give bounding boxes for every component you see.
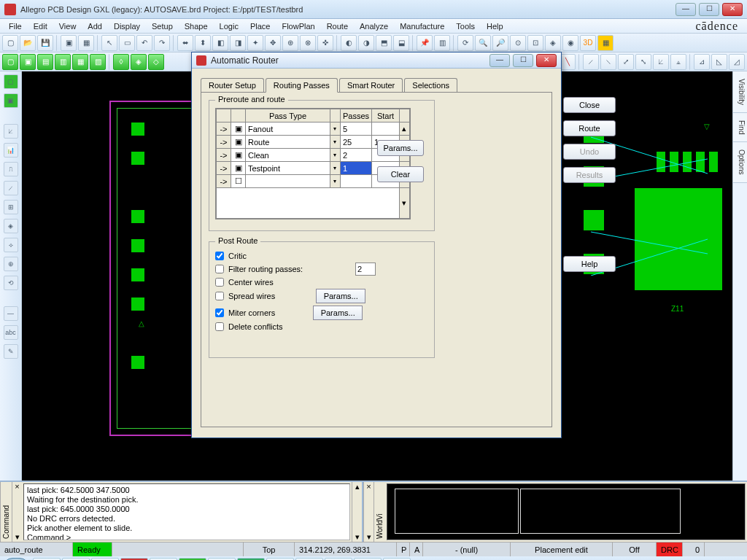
table-row[interactable]: ->▣Fanout▾5▴ bbox=[217, 122, 410, 136]
new-icon[interactable]: ▢ bbox=[2, 35, 18, 51]
world-view[interactable] bbox=[387, 483, 746, 540]
tool-icon[interactable]: ⟀ bbox=[4, 124, 18, 139]
status-a[interactable]: A bbox=[410, 542, 423, 556]
miter-params-button[interactable]: Params... bbox=[313, 306, 363, 320]
tool-icon[interactable]: ▢ bbox=[4, 74, 18, 89]
toolbar-icon[interactable]: ◨ bbox=[230, 35, 246, 51]
route-icon[interactable]: ⤢ bbox=[618, 54, 634, 70]
close-button[interactable]: Close bbox=[563, 97, 616, 113]
undo-icon[interactable]: ↶ bbox=[136, 35, 152, 51]
tab-selections[interactable]: Selections bbox=[404, 78, 457, 93]
command-log[interactable]: last pick: 642.5000 347.5000 Waiting for… bbox=[23, 483, 350, 540]
shape-icon[interactable]: ▧ bbox=[90, 54, 106, 70]
filter-checkbox[interactable] bbox=[215, 265, 224, 273]
toolbar-icon[interactable]: ⊗ bbox=[300, 35, 316, 51]
tool-icon[interactable]: — bbox=[4, 306, 18, 321]
tool-icon[interactable]: ⟡ bbox=[4, 238, 18, 252]
route-icon[interactable]: ⊿ bbox=[694, 54, 710, 70]
results-button[interactable]: Results bbox=[563, 167, 616, 183]
tab-visibility[interactable]: Visibility bbox=[733, 71, 747, 113]
toolbar-icon[interactable]: ✦ bbox=[247, 35, 263, 51]
center-checkbox[interactable] bbox=[215, 278, 224, 287]
shape-icon[interactable]: ▣ bbox=[20, 54, 36, 70]
route-icon[interactable]: ⟍ bbox=[600, 54, 616, 70]
close-button[interactable]: ✕ bbox=[722, 3, 743, 16]
shape-icon[interactable]: ▦ bbox=[72, 54, 88, 70]
toolbar-icon[interactable]: ⬌ bbox=[177, 35, 193, 51]
route-icon[interactable]: ⤡ bbox=[635, 54, 651, 70]
toolbar-icon[interactable]: ⬓ bbox=[393, 35, 409, 51]
tool-icon[interactable]: ⊕ bbox=[4, 257, 18, 271]
tool-icon[interactable]: ✎ bbox=[4, 344, 18, 359]
toolbar-icon[interactable]: ⬍ bbox=[195, 35, 211, 51]
menu-edit[interactable]: Edit bbox=[28, 20, 53, 32]
menu-logic[interactable]: Logic bbox=[214, 20, 244, 32]
pin-icon[interactable]: 📌 bbox=[417, 35, 433, 51]
toolbar-icon[interactable]: ◈ bbox=[545, 35, 561, 51]
toolbar-icon[interactable]: ◑ bbox=[358, 35, 374, 51]
menu-flowplan[interactable]: FlowPlan bbox=[276, 20, 320, 32]
toolbar-icon[interactable]: ✥ bbox=[265, 35, 281, 51]
tool-icon[interactable]: abc bbox=[4, 325, 18, 340]
shape-icon[interactable]: ◇ bbox=[148, 54, 164, 70]
shape-icon[interactable]: ◊ bbox=[113, 54, 129, 70]
route-icon[interactable]: ╲ bbox=[560, 54, 576, 70]
zoom-out-icon[interactable]: 🔎 bbox=[492, 35, 508, 51]
menu-tools[interactable]: Tools bbox=[450, 20, 481, 32]
filter-input[interactable] bbox=[355, 262, 376, 276]
tool-icon[interactable]: 📊 bbox=[4, 143, 18, 158]
pointer-icon[interactable]: ↖ bbox=[101, 35, 117, 51]
shape-icon[interactable]: ▥ bbox=[55, 54, 71, 70]
route-icon[interactable]: ⟋ bbox=[583, 54, 599, 70]
toolbar-icon[interactable]: ◉ bbox=[562, 35, 578, 51]
toolbar-icon[interactable]: ⬒ bbox=[376, 35, 392, 51]
delete-checkbox[interactable] bbox=[215, 322, 224, 331]
tab-options[interactable]: Options bbox=[733, 142, 747, 182]
open-icon[interactable]: 📂 bbox=[20, 35, 36, 51]
dialog-close-button[interactable]: ✕ bbox=[536, 54, 557, 67]
tab-router-setup[interactable]: Router Setup bbox=[201, 78, 264, 93]
refresh-icon[interactable]: ⟳ bbox=[457, 35, 473, 51]
toolbar-icon[interactable]: ⊕ bbox=[282, 35, 298, 51]
route-icon[interactable]: ⟁ bbox=[670, 54, 686, 70]
tool-icon[interactable]: ◈ bbox=[4, 219, 18, 233]
save-icon[interactable]: 💾 bbox=[37, 35, 53, 51]
route-icon[interactable]: ◿ bbox=[729, 54, 745, 70]
toolbar-icon[interactable]: ▦ bbox=[78, 35, 94, 51]
toolbar-icon[interactable]: ◧ bbox=[212, 35, 228, 51]
critic-checkbox[interactable] bbox=[215, 252, 224, 260]
tab-find[interactable]: Find bbox=[733, 113, 747, 142]
menu-setup[interactable]: Setup bbox=[146, 20, 179, 32]
maximize-button[interactable]: ☐ bbox=[699, 3, 719, 16]
dialog-maximize-button[interactable]: ☐ bbox=[513, 54, 533, 67]
miter-checkbox[interactable] bbox=[215, 308, 224, 317]
menu-add[interactable]: Add bbox=[82, 20, 108, 32]
toolbar-icon[interactable]: ✜ bbox=[317, 35, 333, 51]
params-button[interactable]: Params... bbox=[377, 140, 424, 156]
menu-manufacture[interactable]: Manufacture bbox=[394, 20, 450, 32]
tab-routing-passes[interactable]: Routing Passes bbox=[266, 78, 338, 93]
help-button[interactable]: Help bbox=[563, 256, 616, 272]
shape-icon[interactable]: ▢ bbox=[2, 54, 18, 70]
tab-smart-router[interactable]: Smart Router bbox=[339, 78, 403, 93]
route-button[interactable]: Route bbox=[563, 120, 616, 136]
route-icon[interactable]: ⟀ bbox=[653, 54, 669, 70]
shape-icon[interactable]: ▤ bbox=[37, 54, 53, 70]
3d-icon[interactable]: 3D bbox=[580, 35, 596, 51]
menu-shape[interactable]: Shape bbox=[179, 20, 214, 32]
tool-icon[interactable]: ▣ bbox=[4, 93, 18, 108]
tool-icon[interactable]: ⎍ bbox=[4, 162, 18, 176]
toolbar-icon[interactable]: ▣ bbox=[61, 35, 77, 51]
toolbar-icon[interactable]: ▭ bbox=[119, 35, 135, 51]
zoom-icon[interactable]: ⊙ bbox=[510, 35, 526, 51]
status-p[interactable]: P bbox=[397, 542, 410, 556]
clear-button[interactable]: Clear bbox=[377, 166, 424, 182]
zoom-fit-icon[interactable]: ⊡ bbox=[527, 35, 543, 51]
spread-checkbox[interactable] bbox=[215, 292, 224, 300]
tool-icon[interactable]: ⟲ bbox=[4, 276, 18, 290]
minimize-button[interactable]: — bbox=[676, 3, 696, 16]
menu-file[interactable]: File bbox=[3, 20, 28, 32]
spread-params-button[interactable]: Params... bbox=[316, 289, 365, 303]
undo-button[interactable]: Undo bbox=[563, 144, 616, 160]
menu-display[interactable]: Display bbox=[108, 20, 146, 32]
